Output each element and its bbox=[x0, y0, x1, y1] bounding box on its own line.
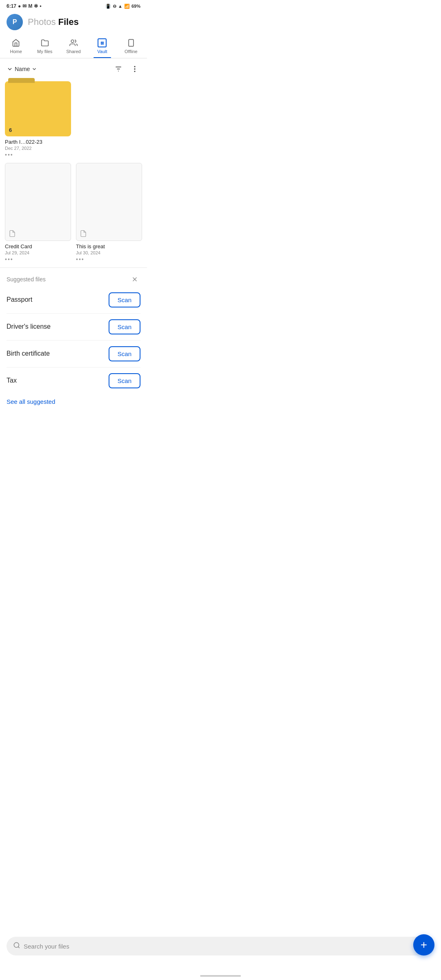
file-date: Jul 29, 2024 bbox=[5, 250, 71, 255]
sort-down-icon bbox=[7, 66, 13, 72]
tab-home-label: Home bbox=[10, 49, 22, 54]
tab-shared[interactable]: Shared bbox=[59, 35, 88, 58]
svg-point-7 bbox=[134, 69, 135, 69]
close-suggested-button[interactable] bbox=[129, 274, 140, 285]
svg-point-8 bbox=[134, 71, 135, 72]
app-icon: ✻ bbox=[34, 3, 38, 9]
suggested-title: Suggested files bbox=[7, 276, 46, 283]
filter-button[interactable] bbox=[113, 63, 124, 75]
file-name: This is great bbox=[76, 243, 142, 249]
offline-icon bbox=[127, 38, 136, 47]
notification-icon: ● bbox=[18, 3, 21, 9]
home-icon bbox=[11, 38, 20, 47]
tab-myfiles[interactable]: My files bbox=[30, 35, 59, 58]
vault-icon: ⊠ bbox=[98, 38, 107, 47]
folder-icon bbox=[40, 38, 49, 47]
file-date: Jul 30, 2024 bbox=[76, 250, 142, 255]
svg-rect-1 bbox=[129, 40, 134, 47]
wifi-icon: ▲ bbox=[118, 4, 122, 9]
signal-icon: 📶 bbox=[124, 4, 130, 9]
folder-count: 6 bbox=[9, 127, 12, 133]
tab-shared-label: Shared bbox=[66, 49, 80, 54]
people-icon bbox=[69, 38, 78, 47]
vibrate-icon: 📳 bbox=[105, 4, 111, 9]
header: P Photos Files bbox=[0, 11, 147, 35]
tab-home[interactable]: Home bbox=[2, 35, 30, 58]
scan-tax-button[interactable]: Scan bbox=[109, 373, 140, 388]
suggested-section: Suggested files Passport Scan Driver's l… bbox=[0, 267, 147, 394]
doc-thumbnail bbox=[76, 163, 142, 241]
folder-thumbnail: 6 bbox=[5, 81, 71, 136]
file-name: Parth I…022-23 bbox=[5, 139, 71, 145]
suggested-header: Suggested files bbox=[7, 268, 140, 287]
doc-icon bbox=[9, 230, 16, 237]
doc-thumbnail bbox=[5, 163, 71, 241]
avatar[interactable]: P bbox=[7, 14, 23, 30]
svg-point-0 bbox=[71, 40, 74, 43]
see-all-suggested[interactable]: See all suggested bbox=[0, 394, 147, 412]
suggested-item-name: Passport bbox=[7, 296, 32, 303]
file-more-icon[interactable]: ••• bbox=[5, 151, 71, 158]
dot-icon: • bbox=[40, 3, 41, 9]
gmail-icon: M bbox=[28, 3, 32, 9]
chevron-down-icon bbox=[31, 66, 37, 72]
file-name: Credit Card bbox=[5, 243, 71, 249]
scan-passport-button[interactable]: Scan bbox=[109, 292, 140, 307]
suggested-item-tax: Tax Scan bbox=[7, 368, 140, 394]
battery-text: 69% bbox=[131, 4, 140, 9]
time: 6:17 bbox=[7, 3, 16, 9]
suggested-item-passport: Passport Scan bbox=[7, 287, 140, 314]
suggested-item-birth-certificate: Birth certificate Scan bbox=[7, 341, 140, 368]
status-bar: 6:17 ● ✉ M ✻ • 📳 ⊖ ▲ 📶 69% bbox=[0, 0, 147, 11]
more-options-button[interactable] bbox=[129, 63, 140, 75]
list-item[interactable]: This is great Jul 30, 2024 ••• bbox=[76, 163, 142, 263]
sort-label: Name bbox=[15, 66, 30, 72]
file-date: Dec 27, 2022 bbox=[5, 146, 71, 151]
tab-vault-label: Vault bbox=[97, 49, 107, 54]
file-more-icon[interactable]: ••• bbox=[5, 256, 71, 263]
suggested-item-name: Birth certificate bbox=[7, 350, 50, 357]
suggested-item-name: Driver's license bbox=[7, 323, 51, 330]
files-label: Files bbox=[58, 17, 79, 27]
list-item[interactable]: Credit Card Jul 29, 2024 ••• bbox=[5, 163, 71, 263]
nav-tabs: Home My files Shared ⊠ Vault bbox=[0, 35, 147, 58]
dnd-icon: ⊖ bbox=[113, 4, 116, 9]
sort-name[interactable]: Name bbox=[7, 66, 37, 72]
tab-myfiles-label: My files bbox=[37, 49, 52, 54]
app-title: Photos Files bbox=[28, 17, 79, 27]
tab-offline-label: Offline bbox=[125, 49, 138, 54]
file-more-icon[interactable]: ••• bbox=[76, 256, 142, 263]
mail-icon: ✉ bbox=[22, 3, 27, 9]
photos-label: Photos bbox=[28, 17, 56, 27]
sort-actions bbox=[113, 63, 140, 75]
svg-point-6 bbox=[134, 66, 135, 67]
list-item[interactable]: 6 Parth I…022-23 Dec 27, 2022 ••• bbox=[5, 81, 71, 158]
scan-birth-certificate-button[interactable]: Scan bbox=[109, 346, 140, 361]
sort-bar: Name bbox=[0, 58, 147, 78]
tab-offline[interactable]: Offline bbox=[117, 35, 145, 58]
doc-icon bbox=[80, 230, 87, 237]
scan-drivers-license-button[interactable]: Scan bbox=[109, 319, 140, 334]
tab-vault[interactable]: ⊠ Vault bbox=[88, 35, 116, 58]
files-grid: 6 Parth I…022-23 Dec 27, 2022 ••• Credit… bbox=[0, 78, 147, 264]
suggested-item-name: Tax bbox=[7, 377, 17, 384]
suggested-item-drivers-license: Driver's license Scan bbox=[7, 314, 140, 341]
